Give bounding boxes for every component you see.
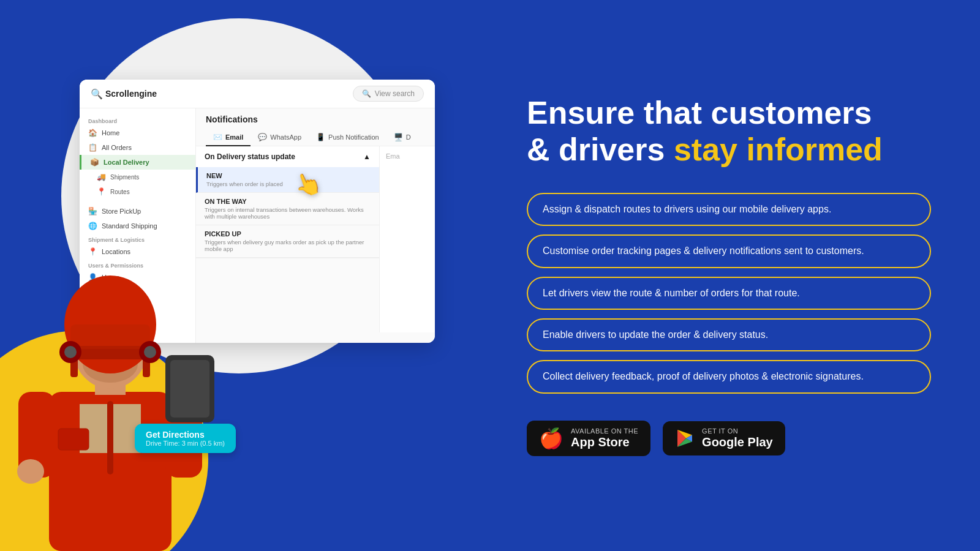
delivery-status-accordion: On Delivery status update ▲ NEW Triggers… <box>196 146 379 258</box>
svg-point-22 <box>17 459 44 484</box>
sidebar-section-dashboard: Dashboard <box>80 114 195 126</box>
sidebar-label-standard-shipping: Standard Shipping <box>102 222 157 230</box>
accordion-chevron-icon: ▲ <box>363 152 371 161</box>
notifications-title: Notifications <box>196 108 435 124</box>
tab-email-label: Email <box>225 133 243 141</box>
panel-right-label: Ema <box>386 152 400 160</box>
push-tab-icon: 📱 <box>316 133 325 141</box>
tab-whatsapp[interactable]: 💬 WhatsApp <box>251 129 309 146</box>
status-item-new[interactable]: NEW Triggers when order is placed <box>196 167 379 193</box>
shipments-icon: 🚚 <box>97 173 106 181</box>
sidebar-item-shipments[interactable]: 🚚 Shipments <box>80 170 195 184</box>
sidebar-item-routes[interactable]: 📍 Routes <box>80 184 195 199</box>
feature-item-5: Collect delivery feedback, proof of deli… <box>527 360 931 393</box>
status-onway-title: ON THE WAY <box>205 198 371 205</box>
sidebar-section-logistics: Shipment & Logistics <box>80 233 195 244</box>
apple-icon: 🍎 <box>539 427 564 450</box>
accordion-body: NEW Triggers when order is placed ON THE… <box>196 167 379 258</box>
search-bar[interactable]: 🔍 View search <box>353 86 424 102</box>
notification-tabs: ✉️ Email 💬 WhatsApp 📱 Push Notification … <box>196 124 435 146</box>
google-play-name: Google Play <box>702 435 773 449</box>
delivery-icon: 📦 <box>90 158 99 167</box>
tab-push-notification[interactable]: 📱 Push Notification <box>309 129 386 146</box>
search-placeholder: View search <box>375 89 415 98</box>
sidebar-label-store-pickup: Store PickUp <box>102 208 141 215</box>
google-play-icon <box>675 429 695 448</box>
headline-highlight: stay informed <box>674 132 883 167</box>
delivery-person-svg <box>0 245 221 551</box>
store-badges: 🍎 Available on the App Store GET IT ON G… <box>527 421 931 456</box>
shipping-icon: 🌐 <box>88 222 97 230</box>
headline-part1: Ensure that customers <box>527 95 872 130</box>
tab-d[interactable]: 🖥️ D <box>386 129 418 146</box>
app-logo: 🔍 Scrollengine <box>91 88 157 100</box>
svg-rect-24 <box>58 429 89 450</box>
google-play-sub: GET IT ON <box>702 427 773 435</box>
sidebar-item-all-orders[interactable]: 📋 All Orders <box>80 140 195 155</box>
svg-point-21 <box>144 346 156 358</box>
get-directions-title: Get Directions <box>146 430 225 440</box>
orders-icon: 📋 <box>88 143 97 152</box>
feature-item-3: Let drivers view the route & number of o… <box>527 277 931 310</box>
sidebar-label-home: Home <box>102 129 119 137</box>
pickup-icon: 🏪 <box>88 207 97 216</box>
sidebar-label-routes: Routes <box>110 189 130 195</box>
accordion-title: On Delivery status update <box>205 152 295 161</box>
sidebar-item-local-delivery[interactable]: 📦 Local Delivery <box>80 155 195 170</box>
google-play-text: GET IT ON Google Play <box>702 427 773 449</box>
status-new-desc: Triggers when order is placed <box>206 181 371 187</box>
status-item-on-the-way[interactable]: ON THE WAY Triggers on internal transact… <box>196 193 379 225</box>
sidebar-item-store-pickup[interactable]: 🏪 Store PickUp <box>80 204 195 219</box>
email-tab-icon: ✉️ <box>213 133 222 141</box>
app-store-sub: Available on the <box>571 427 638 435</box>
feature-item-4: Enable drivers to update the order & del… <box>527 318 931 351</box>
status-onway-desc: Triggers on internal transactions betwee… <box>205 206 371 220</box>
email-preview-panel: Ema <box>380 146 435 332</box>
sidebar-item-home[interactable]: 🏠 Home <box>80 126 195 140</box>
home-icon: 🏠 <box>88 129 97 137</box>
svg-rect-23 <box>107 401 113 474</box>
delivery-person <box>0 245 233 551</box>
mockup-header: 🔍 Scrollengine 🔍 View search <box>80 80 435 108</box>
google-play-badge[interactable]: GET IT ON Google Play <box>663 421 785 455</box>
status-pickup-title: PICKED UP <box>205 230 371 238</box>
app-store-badge[interactable]: 🍎 Available on the App Store <box>527 421 650 456</box>
headline: Ensure that customers & drivers stay inf… <box>527 95 931 168</box>
tab-whatsapp-label: WhatsApp <box>270 133 301 141</box>
search-icon: 🔍 <box>362 89 371 98</box>
svg-point-20 <box>64 346 77 358</box>
left-section: 🔍 Scrollengine 🔍 View search Dashboard 🏠… <box>0 0 490 551</box>
svg-rect-15 <box>70 324 150 349</box>
features-list: Assign & dispatch routes to drivers usin… <box>527 193 931 394</box>
whatsapp-tab-icon: 💬 <box>258 133 267 141</box>
feature-item-2: Customise order tracking pages & deliver… <box>527 234 931 268</box>
logo-icon: 🔍 <box>91 88 103 100</box>
sidebar-label-all-orders: All Orders <box>102 144 132 151</box>
tab-email[interactable]: ✉️ Email <box>206 129 251 146</box>
routes-icon: 📍 <box>97 187 106 196</box>
sidebar-label-local-delivery: Local Delivery <box>104 159 149 166</box>
sidebar-item-standard-shipping[interactable]: 🌐 Standard Shipping <box>80 219 195 233</box>
app-store-text: Available on the App Store <box>571 427 638 449</box>
headline-part2: & drivers <box>527 132 674 167</box>
feature-item-1: Assign & dispatch routes to drivers usin… <box>527 193 931 226</box>
logo-text: Scrollengine <box>105 89 157 99</box>
get-directions-badge: Get Directions Drive Time: 3 min (0.5 km… <box>135 424 236 453</box>
status-new-title: NEW <box>206 172 371 179</box>
get-directions-subtitle: Drive Time: 3 min (0.5 km) <box>146 440 225 447</box>
right-section: Ensure that customers & drivers stay inf… <box>490 0 980 551</box>
app-store-name: App Store <box>571 435 638 449</box>
sidebar-label-shipments: Shipments <box>110 174 139 181</box>
tab-d-label: D <box>406 133 411 141</box>
svg-rect-5 <box>170 360 209 418</box>
d-tab-icon: 🖥️ <box>394 133 403 141</box>
accordion-header[interactable]: On Delivery status update ▲ <box>196 146 379 167</box>
tab-push-label: Push Notification <box>328 133 379 141</box>
